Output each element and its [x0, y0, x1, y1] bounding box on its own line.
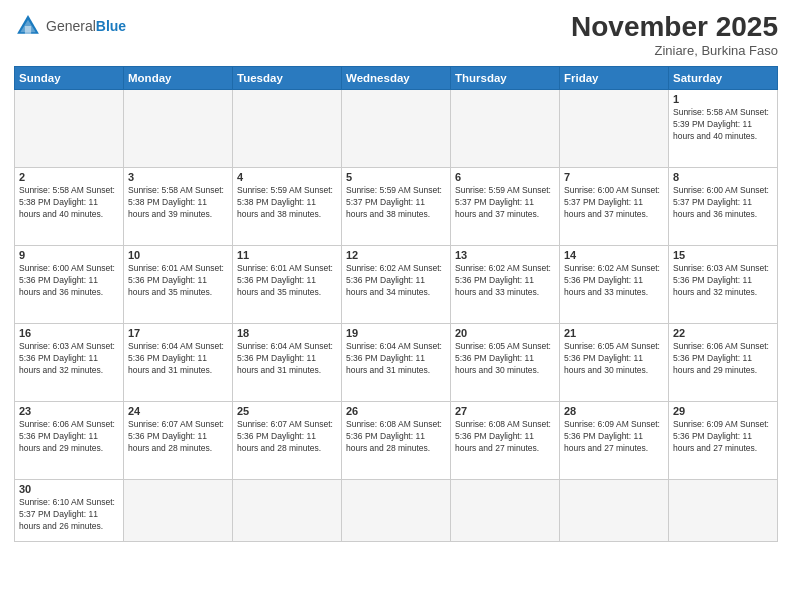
- table-row: 3Sunrise: 5:58 AM Sunset: 5:38 PM Daylig…: [124, 167, 233, 245]
- calendar-header-row: Sunday Monday Tuesday Wednesday Thursday…: [15, 66, 778, 89]
- day-number: 24: [128, 405, 228, 417]
- day-info: Sunrise: 6:10 AM Sunset: 5:37 PM Dayligh…: [19, 497, 119, 533]
- day-number: 19: [346, 327, 446, 339]
- day-info: Sunrise: 6:09 AM Sunset: 5:36 PM Dayligh…: [564, 419, 664, 455]
- table-row: 7Sunrise: 6:00 AM Sunset: 5:37 PM Daylig…: [560, 167, 669, 245]
- table-row: 20Sunrise: 6:05 AM Sunset: 5:36 PM Dayli…: [451, 323, 560, 401]
- logo-icon: [14, 12, 42, 40]
- table-row: 1Sunrise: 5:58 AM Sunset: 5:39 PM Daylig…: [669, 89, 778, 167]
- table-row: [342, 89, 451, 167]
- day-number: 1: [673, 93, 773, 105]
- table-row: 17Sunrise: 6:04 AM Sunset: 5:36 PM Dayli…: [124, 323, 233, 401]
- day-info: Sunrise: 6:01 AM Sunset: 5:36 PM Dayligh…: [237, 263, 337, 299]
- table-row: 29Sunrise: 6:09 AM Sunset: 5:36 PM Dayli…: [669, 401, 778, 479]
- day-info: Sunrise: 6:02 AM Sunset: 5:36 PM Dayligh…: [564, 263, 664, 299]
- table-row: [124, 89, 233, 167]
- page: GeneralBlue November 2025 Ziniare, Burki…: [0, 0, 792, 612]
- day-info: Sunrise: 6:00 AM Sunset: 5:37 PM Dayligh…: [564, 185, 664, 221]
- col-saturday: Saturday: [669, 66, 778, 89]
- day-number: 21: [564, 327, 664, 339]
- day-number: 9: [19, 249, 119, 261]
- day-number: 4: [237, 171, 337, 183]
- table-row: [233, 479, 342, 541]
- day-info: Sunrise: 6:06 AM Sunset: 5:36 PM Dayligh…: [19, 419, 119, 455]
- day-number: 14: [564, 249, 664, 261]
- table-row: 15Sunrise: 6:03 AM Sunset: 5:36 PM Dayli…: [669, 245, 778, 323]
- calendar-table: Sunday Monday Tuesday Wednesday Thursday…: [14, 66, 778, 542]
- logo-text: GeneralBlue: [46, 18, 126, 35]
- day-info: Sunrise: 6:04 AM Sunset: 5:36 PM Dayligh…: [128, 341, 228, 377]
- table-row: [451, 479, 560, 541]
- table-row: 25Sunrise: 6:07 AM Sunset: 5:36 PM Dayli…: [233, 401, 342, 479]
- day-info: Sunrise: 6:06 AM Sunset: 5:36 PM Dayligh…: [673, 341, 773, 377]
- day-number: 5: [346, 171, 446, 183]
- table-row: 9Sunrise: 6:00 AM Sunset: 5:36 PM Daylig…: [15, 245, 124, 323]
- day-number: 8: [673, 171, 773, 183]
- table-row: 22Sunrise: 6:06 AM Sunset: 5:36 PM Dayli…: [669, 323, 778, 401]
- col-friday: Friday: [560, 66, 669, 89]
- day-number: 17: [128, 327, 228, 339]
- svg-rect-2: [25, 26, 31, 34]
- day-number: 29: [673, 405, 773, 417]
- day-info: Sunrise: 6:02 AM Sunset: 5:36 PM Dayligh…: [346, 263, 446, 299]
- day-info: Sunrise: 5:58 AM Sunset: 5:38 PM Dayligh…: [19, 185, 119, 221]
- table-row: 13Sunrise: 6:02 AM Sunset: 5:36 PM Dayli…: [451, 245, 560, 323]
- day-info: Sunrise: 6:07 AM Sunset: 5:36 PM Dayligh…: [128, 419, 228, 455]
- table-row: [669, 479, 778, 541]
- table-row: 8Sunrise: 6:00 AM Sunset: 5:37 PM Daylig…: [669, 167, 778, 245]
- col-sunday: Sunday: [15, 66, 124, 89]
- day-info: Sunrise: 6:00 AM Sunset: 5:36 PM Dayligh…: [19, 263, 119, 299]
- day-info: Sunrise: 6:03 AM Sunset: 5:36 PM Dayligh…: [673, 263, 773, 299]
- table-row: 5Sunrise: 5:59 AM Sunset: 5:37 PM Daylig…: [342, 167, 451, 245]
- day-number: 25: [237, 405, 337, 417]
- day-info: Sunrise: 6:02 AM Sunset: 5:36 PM Dayligh…: [455, 263, 555, 299]
- table-row: [451, 89, 560, 167]
- day-number: 15: [673, 249, 773, 261]
- day-info: Sunrise: 6:03 AM Sunset: 5:36 PM Dayligh…: [19, 341, 119, 377]
- day-number: 23: [19, 405, 119, 417]
- day-info: Sunrise: 5:58 AM Sunset: 5:39 PM Dayligh…: [673, 107, 773, 143]
- day-info: Sunrise: 5:59 AM Sunset: 5:38 PM Dayligh…: [237, 185, 337, 221]
- col-tuesday: Tuesday: [233, 66, 342, 89]
- day-number: 27: [455, 405, 555, 417]
- day-info: Sunrise: 6:01 AM Sunset: 5:36 PM Dayligh…: [128, 263, 228, 299]
- table-row: [15, 89, 124, 167]
- day-number: 6: [455, 171, 555, 183]
- day-info: Sunrise: 6:05 AM Sunset: 5:36 PM Dayligh…: [564, 341, 664, 377]
- day-number: 22: [673, 327, 773, 339]
- table-row: 27Sunrise: 6:08 AM Sunset: 5:36 PM Dayli…: [451, 401, 560, 479]
- month-title: November 2025: [571, 12, 778, 43]
- day-number: 11: [237, 249, 337, 261]
- location-subtitle: Ziniare, Burkina Faso: [571, 43, 778, 58]
- day-info: Sunrise: 5:58 AM Sunset: 5:38 PM Dayligh…: [128, 185, 228, 221]
- day-number: 20: [455, 327, 555, 339]
- day-info: Sunrise: 6:08 AM Sunset: 5:36 PM Dayligh…: [346, 419, 446, 455]
- table-row: [342, 479, 451, 541]
- day-number: 28: [564, 405, 664, 417]
- table-row: 16Sunrise: 6:03 AM Sunset: 5:36 PM Dayli…: [15, 323, 124, 401]
- day-info: Sunrise: 5:59 AM Sunset: 5:37 PM Dayligh…: [346, 185, 446, 221]
- table-row: 26Sunrise: 6:08 AM Sunset: 5:36 PM Dayli…: [342, 401, 451, 479]
- table-row: [233, 89, 342, 167]
- table-row: 24Sunrise: 6:07 AM Sunset: 5:36 PM Dayli…: [124, 401, 233, 479]
- day-number: 30: [19, 483, 119, 495]
- header: GeneralBlue November 2025 Ziniare, Burki…: [14, 12, 778, 58]
- day-number: 16: [19, 327, 119, 339]
- table-row: 2Sunrise: 5:58 AM Sunset: 5:38 PM Daylig…: [15, 167, 124, 245]
- table-row: 19Sunrise: 6:04 AM Sunset: 5:36 PM Dayli…: [342, 323, 451, 401]
- day-info: Sunrise: 6:04 AM Sunset: 5:36 PM Dayligh…: [346, 341, 446, 377]
- table-row: [560, 479, 669, 541]
- table-row: 11Sunrise: 6:01 AM Sunset: 5:36 PM Dayli…: [233, 245, 342, 323]
- day-number: 10: [128, 249, 228, 261]
- table-row: 12Sunrise: 6:02 AM Sunset: 5:36 PM Dayli…: [342, 245, 451, 323]
- day-info: Sunrise: 6:07 AM Sunset: 5:36 PM Dayligh…: [237, 419, 337, 455]
- day-info: Sunrise: 5:59 AM Sunset: 5:37 PM Dayligh…: [455, 185, 555, 221]
- day-info: Sunrise: 6:04 AM Sunset: 5:36 PM Dayligh…: [237, 341, 337, 377]
- day-number: 3: [128, 171, 228, 183]
- day-info: Sunrise: 6:09 AM Sunset: 5:36 PM Dayligh…: [673, 419, 773, 455]
- logo-blue: Blue: [96, 18, 126, 34]
- col-thursday: Thursday: [451, 66, 560, 89]
- table-row: 18Sunrise: 6:04 AM Sunset: 5:36 PM Dayli…: [233, 323, 342, 401]
- logo: GeneralBlue: [14, 12, 126, 40]
- table-row: 30Sunrise: 6:10 AM Sunset: 5:37 PM Dayli…: [15, 479, 124, 541]
